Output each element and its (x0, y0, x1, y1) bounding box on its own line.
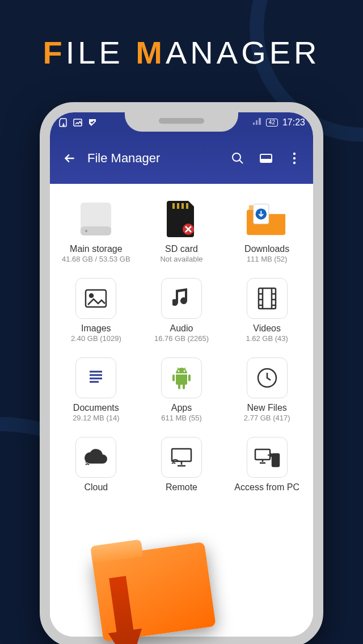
tile-new-files[interactable]: New Files 2.77 GB (417) (226, 353, 307, 427)
storage-button[interactable] (259, 151, 273, 166)
tile-label: Main storage (70, 244, 123, 254)
tile-access-from-pc[interactable]: Access from PC (226, 432, 307, 498)
tile-sub: Not available (160, 255, 202, 263)
tile-label: Remote (166, 482, 197, 493)
svg-rect-22 (172, 374, 175, 381)
tile-sub: 16.76 GB (2265) (154, 334, 209, 343)
svg-rect-10 (172, 203, 175, 209)
svg-point-21 (183, 371, 185, 372)
android-icon (161, 357, 202, 398)
music-note-icon (161, 278, 202, 319)
clock-icon (247, 357, 288, 398)
tile-sub: 29.12 MB (14) (73, 414, 119, 422)
svg-rect-27 (272, 454, 279, 466)
marketing-headline: FILE MANAGER (0, 34, 363, 71)
image-status-icon (73, 117, 83, 128)
more-options-button[interactable] (287, 151, 302, 166)
hard-drive-icon (75, 199, 116, 239)
svg-rect-11 (177, 203, 179, 209)
tile-label: Cloud (84, 482, 108, 493)
tile-sub: 41.68 GB / 53.53 GB (62, 255, 130, 263)
tile-main-storage[interactable]: Main storage 41.68 GB / 53.53 GB (56, 194, 137, 268)
tile-sub: 2.77 GB (417) (244, 414, 290, 422)
tile-apps[interactable]: Apps 611 MB (55) (141, 353, 222, 427)
sd-card-status-icon (58, 117, 68, 128)
svg-point-6 (293, 162, 296, 164)
svg-point-4 (293, 153, 296, 155)
film-icon (247, 278, 288, 319)
tile-label: Videos (253, 323, 281, 334)
tile-documents[interactable]: Documents 29.12 MB (14) (56, 353, 137, 427)
tile-label: Images (81, 323, 111, 334)
status-time: 17:23 (282, 117, 305, 128)
promo-folder-graphic (92, 538, 244, 644)
app-bar: File Manager (50, 133, 313, 184)
tile-label: Access from PC (234, 482, 299, 493)
tile-label: New Files (247, 403, 287, 413)
tile-label: Apps (171, 403, 192, 413)
svg-rect-3 (260, 159, 272, 162)
tile-sd-card[interactable]: SD card Not available (141, 194, 222, 268)
tile-videos[interactable]: Videos 1.62 GB (43) (226, 273, 307, 347)
cloud-icon (75, 437, 116, 478)
tile-label: Documents (73, 403, 119, 413)
checkmark-status-icon (87, 117, 98, 128)
tile-label: SD card (165, 244, 198, 254)
svg-rect-12 (182, 203, 184, 209)
svg-rect-23 (188, 374, 191, 381)
tile-remote[interactable]: Remote (141, 432, 222, 498)
sd-card-icon (161, 199, 202, 239)
search-button[interactable] (230, 151, 245, 166)
tile-sub: 111 MB (52) (247, 255, 288, 263)
tile-label: Audio (170, 323, 193, 334)
download-folder-icon (247, 199, 288, 239)
svg-point-9 (85, 230, 87, 232)
battery-indicator: 42 (266, 119, 278, 127)
svg-point-1 (233, 153, 240, 161)
tile-label: Downloads (244, 244, 289, 254)
pc-transfer-icon (247, 437, 288, 478)
back-button[interactable] (61, 150, 78, 167)
tile-downloads[interactable]: Downloads 111 MB (52) (226, 194, 307, 268)
signal-icon (252, 117, 261, 128)
document-icon (75, 357, 116, 398)
tile-sub: 1.62 GB (43) (246, 334, 288, 343)
tile-images[interactable]: Images 2.40 GB (1029) (56, 273, 137, 347)
tile-sub: 611 MB (55) (161, 414, 202, 422)
svg-point-5 (293, 157, 296, 159)
svg-point-20 (178, 371, 179, 372)
tile-cloud[interactable]: Cloud (56, 432, 137, 498)
tile-audio[interactable]: Audio 16.76 GB (2265) (141, 273, 222, 347)
svg-rect-13 (186, 203, 188, 209)
monitor-icon (161, 437, 202, 478)
app-title: File Manager (87, 151, 230, 166)
svg-point-18 (90, 294, 93, 297)
images-icon (75, 278, 116, 319)
tile-sub: 2.40 GB (1029) (71, 334, 121, 343)
